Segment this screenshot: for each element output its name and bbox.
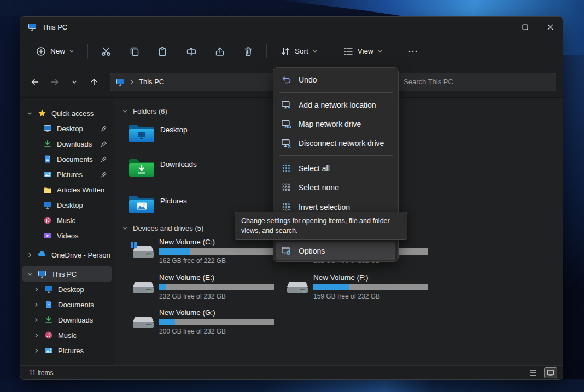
sidebar-item-label: Music (57, 217, 75, 225)
sidebar-item-this-pc[interactable]: This PC (22, 266, 112, 282)
sidebar-item-label: Pictures (58, 347, 84, 355)
delete-button[interactable] (238, 42, 259, 61)
minimize-button[interactable] (487, 17, 512, 37)
sidebar-item-desktop-2[interactable]: Desktop (20, 197, 114, 213)
recent-locations-button[interactable] (66, 74, 83, 90)
new-button[interactable]: New (30, 42, 80, 61)
chevron-right-icon[interactable] (32, 317, 40, 323)
menu-item-map-network-drive[interactable]: Map network drive (276, 115, 395, 133)
drive-item-c[interactable]: New Volume (C:) 162 GB free of 222 GB (131, 238, 274, 265)
back-button[interactable] (27, 74, 43, 90)
sidebar-item-this-pc-music[interactable]: Music (20, 327, 114, 343)
sort-button[interactable]: Sort (275, 42, 323, 61)
cloud-icon (38, 250, 46, 259)
titlebar: This PC (20, 17, 563, 37)
network-add-icon (281, 100, 292, 110)
cut-button[interactable] (96, 42, 116, 61)
see-more-button[interactable] (402, 42, 423, 61)
sidebar-item-quick-access[interactable]: Quick access (20, 106, 114, 121)
drive-item-e[interactable]: New Volume (E:) 232 GB free of 232 GB (131, 273, 274, 300)
breadcrumb[interactable]: This PC (139, 78, 164, 86)
paste-button[interactable] (153, 42, 173, 61)
chevron-right-icon[interactable] (32, 348, 40, 354)
options-tooltip: Change settings for opening items, file … (235, 212, 407, 240)
sidebar-item-music[interactable]: Music (20, 213, 114, 228)
sidebar-item-downloads[interactable]: Downloads (20, 136, 114, 151)
view-button-label: View (358, 47, 373, 55)
menu-item-disconnect-network-drive[interactable]: Disconnect network drive (276, 134, 395, 152)
copy-button[interactable] (124, 42, 145, 61)
chevron-down-icon[interactable] (122, 108, 128, 114)
drive-label: New Volume (F:) (313, 273, 428, 282)
sidebar-item-onedrive[interactable]: OneDrive - Person (20, 247, 114, 262)
menu-item-select-none[interactable]: Select none (276, 179, 395, 196)
menu-item-label: Disconnect network drive (299, 139, 384, 148)
folder-item-desktop[interactable]: Desktop (127, 122, 188, 144)
view-button[interactable]: View (337, 42, 388, 61)
drive-icon (131, 313, 155, 330)
chevron-right-icon (129, 79, 135, 85)
share-button[interactable] (209, 42, 230, 61)
navigation-pane: Quick access Desktop Downloads Documents (20, 98, 114, 365)
drive-free-space: 162 GB free of 222 GB (159, 257, 274, 265)
menu-item-undo[interactable]: Undo (276, 71, 395, 89)
sidebar-item-this-pc-downloads[interactable]: Downloads (20, 312, 114, 327)
rename-button[interactable] (181, 42, 202, 61)
sidebar-item-label: Documents (57, 155, 93, 163)
view-icon (343, 46, 354, 57)
sidebar-item-label: Documents (58, 301, 94, 309)
sidebar-item-label: Downloads (58, 316, 93, 324)
close-button[interactable] (538, 17, 563, 37)
drive-capacity-bar (159, 248, 274, 255)
chevron-right-icon[interactable] (32, 302, 40, 308)
chevron-right-icon[interactable] (32, 286, 40, 292)
forward-button[interactable] (46, 74, 63, 90)
folder-item-pictures[interactable]: Pictures (127, 193, 187, 215)
drive-capacity-fill (313, 284, 349, 290)
menu-item-select-all[interactable]: Select all (276, 160, 395, 177)
sidebar-item-videos[interactable]: Videos (20, 228, 114, 243)
drive-label: New Volume (E:) (159, 273, 274, 282)
search-box[interactable] (396, 73, 556, 91)
maximize-button[interactable] (512, 17, 538, 37)
sidebar-item-articles-written[interactable]: Articles Written (20, 182, 114, 197)
sidebar-item-label: Desktop (57, 125, 83, 133)
sidebar-item-this-pc-desktop[interactable]: Desktop (20, 282, 114, 297)
search-input[interactable] (404, 78, 549, 86)
documents-icon (44, 300, 53, 309)
large-icons-view-button[interactable] (544, 367, 557, 378)
pin-icon (100, 156, 107, 163)
chevron-down-icon[interactable] (26, 271, 33, 277)
group-header-folders[interactable]: Folders (6) (122, 107, 167, 115)
folder-item-downloads[interactable]: Downloads (127, 156, 197, 178)
chevron-down-icon[interactable] (122, 225, 128, 231)
menu-separator (279, 92, 393, 93)
chevron-right-icon[interactable] (26, 252, 33, 258)
details-view-button[interactable] (527, 367, 540, 378)
music-icon (43, 216, 52, 225)
menu-item-add-network-location[interactable]: Add a network location (276, 96, 395, 114)
chevron-right-icon[interactable] (32, 332, 40, 338)
drive-capacity-bar (313, 284, 428, 290)
group-header-devices-drives[interactable]: Devices and drives (5) (122, 224, 203, 232)
sidebar-item-pictures[interactable]: Pictures (20, 167, 114, 182)
drive-capacity-bar (159, 284, 274, 290)
sidebar-item-this-pc-documents[interactable]: Documents (20, 297, 114, 312)
drive-item-g[interactable]: New Volume (G:) 200 GB free of 232 GB (131, 308, 274, 335)
chevron-down-icon[interactable] (26, 110, 33, 116)
sidebar-item-desktop[interactable]: Desktop (20, 121, 114, 136)
sidebar-item-label: Desktop (58, 285, 84, 294)
drive-item-f[interactable]: New Volume (F:) 159 GB free of 232 GB (285, 273, 428, 300)
up-button[interactable] (86, 74, 102, 90)
sidebar-item-label: Desktop (57, 201, 83, 209)
menu-item-options[interactable]: Options (276, 242, 395, 260)
sidebar-item-this-pc-pictures[interactable]: Pictures (20, 343, 114, 358)
sidebar-item-label: OneDrive - Person (51, 251, 110, 259)
pin-icon (100, 141, 107, 148)
sidebar-item-documents[interactable]: Documents (20, 151, 114, 167)
paste-icon (157, 46, 168, 57)
cut-icon (101, 46, 112, 57)
drive-icon (285, 278, 309, 295)
statusbar-divider (60, 370, 60, 376)
copy-icon (129, 46, 140, 57)
